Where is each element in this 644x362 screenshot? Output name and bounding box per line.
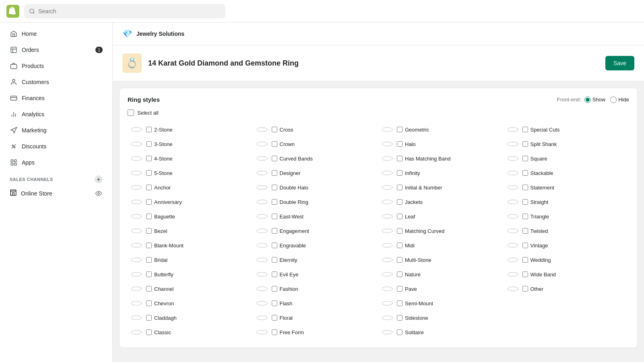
ring-style-checkbox[interactable] xyxy=(397,156,402,161)
ring-item[interactable]: Infinity xyxy=(378,166,504,180)
ring-item[interactable]: Wide Band xyxy=(504,267,630,282)
ring-item[interactable]: 4-Stone xyxy=(128,151,253,166)
ring-style-checkbox[interactable] xyxy=(522,156,528,161)
ring-style-checkbox[interactable] xyxy=(522,243,528,248)
ring-item[interactable]: Split Shank xyxy=(504,137,630,151)
ring-style-checkbox[interactable] xyxy=(272,272,277,277)
ring-item[interactable]: Halo xyxy=(378,137,504,151)
ring-item[interactable]: Cross xyxy=(253,122,379,137)
ring-style-checkbox[interactable] xyxy=(146,315,152,321)
ring-item[interactable]: Geometric xyxy=(378,122,504,137)
ring-item[interactable]: Claddagh xyxy=(128,311,253,325)
ring-style-checkbox[interactable] xyxy=(272,300,277,306)
ring-style-checkbox[interactable] xyxy=(146,141,152,147)
show-option[interactable]: Show xyxy=(584,97,606,103)
ring-style-checkbox[interactable] xyxy=(397,286,402,292)
ring-item[interactable]: Initial & Number xyxy=(378,180,504,195)
ring-item[interactable]: Designer xyxy=(253,166,379,180)
sidebar-item-customers[interactable]: Customers xyxy=(3,74,109,90)
ring-item[interactable]: Free Form xyxy=(253,325,379,339)
show-radio[interactable] xyxy=(584,97,591,103)
ring-item[interactable]: Baguette xyxy=(128,209,253,224)
ring-style-checkbox[interactable] xyxy=(522,185,528,190)
ring-item[interactable]: Anchor xyxy=(128,180,253,195)
ring-style-checkbox[interactable] xyxy=(146,228,152,234)
ring-item[interactable]: Has Matching Band xyxy=(378,151,504,166)
ring-style-checkbox[interactable] xyxy=(146,286,152,292)
ring-style-checkbox[interactable] xyxy=(272,170,277,176)
ring-item[interactable]: Nature xyxy=(378,267,504,282)
ring-style-checkbox[interactable] xyxy=(397,127,402,132)
ring-style-checkbox[interactable] xyxy=(272,243,277,248)
sidebar-item-analytics[interactable]: Analytics xyxy=(3,106,109,122)
ring-style-checkbox[interactable] xyxy=(272,127,277,132)
ring-style-checkbox[interactable] xyxy=(146,243,152,248)
ring-item[interactable]: Sidestone xyxy=(378,311,504,325)
ring-style-checkbox[interactable] xyxy=(146,199,152,205)
sidebar-item-marketing[interactable]: Marketing xyxy=(3,122,109,138)
ring-style-checkbox[interactable] xyxy=(522,127,528,132)
sidebar-item-finances[interactable]: Finances xyxy=(3,90,109,106)
ring-style-checkbox[interactable] xyxy=(522,228,528,234)
ring-item[interactable]: Engravable xyxy=(253,238,379,253)
ring-style-checkbox[interactable] xyxy=(397,300,402,306)
ring-item[interactable]: Crown xyxy=(253,137,379,151)
ring-style-checkbox[interactable] xyxy=(522,170,528,176)
ring-item[interactable]: Solitaire xyxy=(378,325,504,339)
ring-style-checkbox[interactable] xyxy=(522,272,528,277)
ring-item[interactable]: Floral xyxy=(253,311,379,325)
ring-item[interactable]: Multi-Stone xyxy=(378,253,504,267)
ring-style-checkbox[interactable] xyxy=(272,185,277,190)
ring-style-checkbox[interactable] xyxy=(522,286,528,292)
search-input[interactable] xyxy=(38,8,221,14)
ring-item[interactable]: Straight xyxy=(504,195,630,209)
ring-style-checkbox[interactable] xyxy=(397,199,402,205)
ring-style-checkbox[interactable] xyxy=(397,315,402,321)
ring-item[interactable]: Other xyxy=(504,282,630,296)
ring-style-checkbox[interactable] xyxy=(272,315,277,321)
ring-style-checkbox[interactable] xyxy=(272,199,277,205)
ring-item[interactable]: Twisted xyxy=(504,224,630,238)
ring-style-checkbox[interactable] xyxy=(397,228,402,234)
ring-style-checkbox[interactable] xyxy=(522,141,528,147)
sidebar-item-online-store[interactable]: Online Store xyxy=(3,185,109,202)
ring-style-checkbox[interactable] xyxy=(522,199,528,205)
ring-style-checkbox[interactable] xyxy=(272,329,277,335)
ring-style-checkbox[interactable] xyxy=(146,257,152,263)
ring-style-checkbox[interactable] xyxy=(397,272,402,277)
ring-style-checkbox[interactable] xyxy=(146,170,152,176)
ring-style-checkbox[interactable] xyxy=(272,257,277,263)
sidebar-item-products[interactable]: Products xyxy=(3,58,109,74)
ring-item[interactable]: Evil Eye xyxy=(253,267,379,282)
save-button[interactable]: Save xyxy=(605,56,634,70)
ring-style-checkbox[interactable] xyxy=(146,214,152,219)
ring-item[interactable]: Chevron xyxy=(128,296,253,311)
sidebar-item-apps[interactable]: Apps xyxy=(3,154,109,171)
ring-style-checkbox[interactable] xyxy=(272,214,277,219)
select-all-row[interactable]: Select all xyxy=(128,109,629,116)
ring-style-checkbox[interactable] xyxy=(397,243,402,248)
ring-style-checkbox[interactable] xyxy=(397,257,402,263)
ring-item[interactable]: 5-Stone xyxy=(128,166,253,180)
ring-item[interactable]: Square xyxy=(504,151,630,166)
ring-item[interactable]: 2-Stone xyxy=(128,122,253,137)
ring-style-checkbox[interactable] xyxy=(146,127,152,132)
ring-item[interactable]: Fashion xyxy=(253,282,379,296)
ring-item[interactable]: Eternity xyxy=(253,253,379,267)
sidebar-item-orders[interactable]: Orders 1 xyxy=(3,42,109,58)
sidebar-item-home[interactable]: Home xyxy=(3,26,109,42)
ring-item[interactable]: Bezel xyxy=(128,224,253,238)
ring-item[interactable]: Double Ring xyxy=(253,195,379,209)
ring-style-checkbox[interactable] xyxy=(146,272,152,277)
eye-icon[interactable] xyxy=(95,189,103,197)
ring-item[interactable]: Jackets xyxy=(378,195,504,209)
ring-item[interactable]: Flash xyxy=(253,296,379,311)
hide-radio[interactable] xyxy=(610,97,617,103)
ring-item[interactable]: 3-Stone xyxy=(128,137,253,151)
ring-item[interactable]: Anniversary xyxy=(128,195,253,209)
ring-style-checkbox[interactable] xyxy=(146,156,152,161)
ring-style-checkbox[interactable] xyxy=(522,214,528,219)
ring-style-checkbox[interactable] xyxy=(272,141,277,147)
ring-item[interactable]: Special Cuts xyxy=(504,122,630,137)
add-channel-button[interactable]: + xyxy=(95,175,103,183)
